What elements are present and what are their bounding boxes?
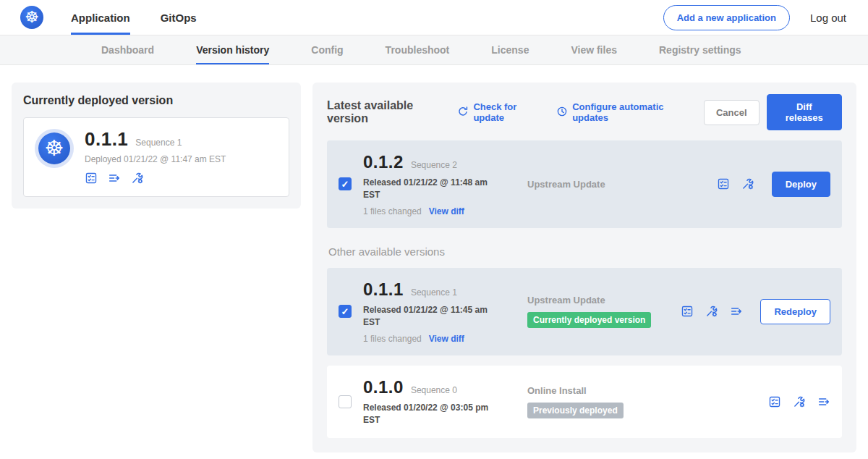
add-new-application-button[interactable]: Add a new application	[663, 5, 790, 30]
files-changed-label: 1 files changed	[363, 206, 422, 216]
edit-config-icon[interactable]	[793, 395, 806, 408]
version-history-panel: Latest available version Check for updat…	[312, 83, 856, 452]
configure-automatic-updates-link[interactable]: Configure automatic updates	[556, 101, 689, 123]
latest-version-header: Latest available version Check for updat…	[327, 94, 842, 130]
subnav-dashboard[interactable]: Dashboard	[101, 35, 154, 64]
sequence-label: Sequence 0	[411, 385, 457, 395]
refresh-icon	[457, 106, 469, 119]
cancel-button[interactable]: Cancel	[704, 100, 760, 125]
subnav-troubleshoot[interactable]: Troubleshoot	[386, 35, 450, 64]
top-navbar: ☸ Application GitOps Add a new applicati…	[0, 0, 868, 35]
currently-deployed-card: Currently deployed version ☸ 0.1.1 Seque…	[12, 83, 301, 209]
release-notes-icon[interactable]	[768, 395, 781, 408]
deploy-button[interactable]: Deploy	[772, 172, 830, 197]
edit-config-icon[interactable]	[741, 177, 754, 190]
check-for-update-label: Check for update	[473, 101, 542, 123]
deployed-timestamp: Deployed 01/21/22 @ 11:47 am EST	[85, 154, 226, 164]
kubernetes-app-icon: ☸	[38, 132, 70, 164]
version-checkbox[interactable]	[339, 305, 352, 318]
latest-version-title: Latest available version	[327, 99, 446, 125]
version-row-0-1-2: 0.1.2 Sequence 2 Released 01/21/22 @ 11:…	[327, 140, 842, 228]
edit-config-icon[interactable]	[131, 172, 144, 185]
released-timestamp: Released 01/21/22 @ 11:48 am EST	[363, 177, 499, 202]
version-info: 0.1.1 Sequence 1 Released 01/21/22 @ 11:…	[363, 279, 511, 344]
subnav-version-history[interactable]: Version history	[196, 35, 269, 64]
previously-deployed-badge: Previously deployed	[527, 403, 624, 418]
configure-automatic-updates-label: Configure automatic updates	[572, 101, 689, 123]
clock-icon	[556, 106, 568, 119]
nav-tab-gitops[interactable]: GitOps	[161, 0, 197, 35]
version-source: Upstream Update Currently deployed versi…	[527, 295, 681, 328]
version-actions	[768, 395, 830, 408]
subnav-config[interactable]: Config	[311, 35, 343, 64]
source-label: Upstream Update	[527, 179, 717, 190]
version-number: 0.1.0	[363, 377, 404, 397]
version-number: 0.1.1	[363, 279, 404, 300]
subnav-license[interactable]: License	[491, 35, 529, 64]
source-label: Online Install	[527, 385, 768, 396]
sequence-label: Sequence 2	[411, 160, 457, 170]
deployed-version-number: 0.1.1	[85, 128, 128, 151]
subnav-view-files[interactable]: View files	[571, 35, 617, 64]
subnav-registry-settings[interactable]: Registry settings	[659, 35, 741, 64]
release-notes-icon[interactable]	[681, 305, 694, 318]
version-info: 0.1.0 Sequence 0 Released 01/20/22 @ 03:…	[363, 377, 511, 427]
version-actions: Redeploy	[681, 299, 830, 324]
deployed-sequence-label: Sequence 1	[135, 138, 182, 148]
nav-tab-application[interactable]: Application	[71, 0, 130, 35]
released-timestamp: Released 01/20/22 @ 03:05 pm EST	[363, 402, 499, 427]
diff-releases-button[interactable]: Diff releases	[767, 94, 842, 130]
release-notes-icon[interactable]	[85, 172, 98, 185]
version-source: Online Install Previously deployed	[527, 385, 768, 418]
sequence-label: Sequence 1	[411, 287, 457, 298]
version-info: 0.1.2 Sequence 2 Released 01/21/22 @ 11:…	[363, 152, 511, 216]
deploy-logs-icon[interactable]	[730, 305, 743, 318]
version-actions: Deploy	[717, 172, 830, 197]
app-logo[interactable]: ☸	[20, 0, 43, 35]
deploy-logs-icon[interactable]	[817, 395, 830, 408]
deployed-version-info: 0.1.1 Sequence 1 Deployed 01/21/22 @ 11:…	[85, 128, 226, 185]
check-for-update-link[interactable]: Check for update	[457, 101, 542, 123]
view-diff-link[interactable]: View diff	[429, 334, 464, 344]
version-checkbox[interactable]	[339, 177, 352, 190]
redeploy-button[interactable]: Redeploy	[760, 299, 830, 324]
released-timestamp: Released 01/21/22 @ 11:45 am EST	[363, 304, 499, 329]
deployed-version-card: ☸ 0.1.1 Sequence 1 Deployed 01/21/22 @ 1…	[23, 117, 289, 197]
deployed-card-title: Currently deployed version	[23, 94, 289, 107]
release-notes-icon[interactable]	[717, 177, 730, 190]
deploy-logs-icon[interactable]	[108, 172, 121, 185]
logout-button[interactable]: Log out	[810, 12, 846, 24]
currently-deployed-badge: Currently deployed version	[527, 312, 651, 328]
version-number: 0.1.2	[363, 152, 404, 172]
version-source: Upstream Update	[527, 179, 717, 190]
secondary-nav: Dashboard Version history Config Trouble…	[0, 35, 868, 65]
source-label: Upstream Update	[527, 295, 681, 306]
navbar-right: Add a new application Log out	[663, 0, 846, 35]
files-changed-label: 1 files changed	[363, 334, 422, 344]
version-row-0-1-0: 0.1.0 Sequence 0 Released 01/20/22 @ 03:…	[327, 366, 842, 439]
main-content: Currently deployed version ☸ 0.1.1 Seque…	[0, 65, 868, 452]
edit-config-icon[interactable]	[705, 305, 718, 318]
view-diff-link[interactable]: View diff	[429, 206, 464, 216]
other-versions-title: Other available versions	[328, 245, 842, 258]
version-checkbox[interactable]	[339, 395, 352, 408]
kubernetes-logo-icon: ☸	[20, 6, 43, 29]
version-row-0-1-1: 0.1.1 Sequence 1 Released 01/21/22 @ 11:…	[327, 268, 842, 355]
